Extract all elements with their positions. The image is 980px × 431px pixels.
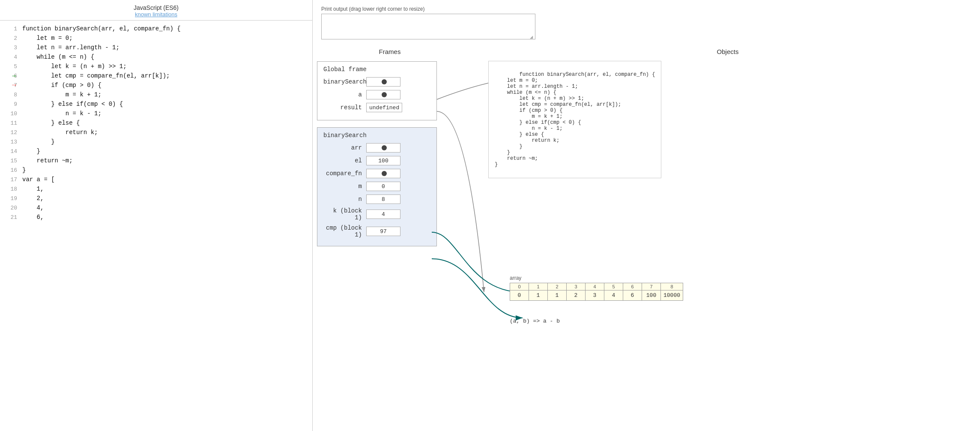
- array-value: 100: [642, 290, 660, 300]
- array-index: 1: [529, 283, 547, 290]
- binary-row-k: k (block 1) 4: [323, 207, 430, 221]
- binary-var-compare-fn: compare_fn: [323, 170, 366, 177]
- line-number: 11: [0, 120, 22, 126]
- lambda-label: (a, b) => a - b: [510, 318, 560, 324]
- code-line-19: 19 2,: [0, 194, 312, 203]
- line-number: 1: [0, 26, 22, 32]
- line-number: 21: [0, 214, 22, 221]
- pointer-a: [382, 92, 387, 97]
- binary-frame-title: binarySearch: [323, 132, 430, 139]
- array-index: 3: [567, 283, 585, 290]
- line-code: }: [22, 138, 55, 145]
- line-code: if (cmp > 0) {: [22, 82, 102, 89]
- global-var-name-binarySearch: binarySearch: [323, 78, 366, 85]
- line-number: 9: [0, 101, 22, 108]
- array-value: 4: [604, 290, 623, 300]
- array-cell-5: 54: [604, 283, 623, 300]
- code-line-2: 2 let m = 0;: [0, 33, 312, 43]
- pointer-binarySearch: [382, 79, 387, 84]
- code-line-10: 10 n = k - 1;: [0, 109, 312, 118]
- code-line-11: 11 } else {: [0, 118, 312, 128]
- line-code: }: [22, 167, 26, 174]
- binary-var-n: n: [323, 196, 366, 203]
- line-number: 16: [0, 167, 22, 174]
- binary-value-compare-fn: [366, 169, 400, 178]
- line-number: 8: [0, 92, 22, 98]
- array-value: 1: [529, 290, 547, 300]
- line-number: 4: [0, 54, 22, 60]
- line-code: m = k + 1;: [22, 91, 102, 98]
- line-code: return ~m;: [22, 157, 73, 164]
- array-value: 0: [510, 290, 529, 300]
- line-code: function binarySearch(arr, el, compare_f…: [22, 25, 181, 32]
- line-code: } else if(cmp < 0) {: [22, 101, 123, 108]
- array-value: 2: [567, 290, 585, 300]
- line-code: while (m <= n) {: [22, 54, 94, 60]
- global-frame-box: Global frame binarySearch a result undef…: [317, 61, 437, 120]
- line-code: } else {: [22, 120, 80, 126]
- line-number: 10: [0, 111, 22, 117]
- binary-value-n: 8: [366, 195, 400, 204]
- line-code: var a = [: [22, 176, 55, 183]
- global-var-name-a: a: [323, 91, 366, 98]
- binary-var-cmp: cmp (block 1): [323, 224, 366, 238]
- global-frame-title: Global frame: [323, 66, 430, 73]
- line-number: 20: [0, 205, 22, 211]
- global-frame-row-result: result undefined: [323, 103, 430, 112]
- line-number: 14: [0, 148, 22, 155]
- print-output-section: Print output (drag lower right corner to…: [313, 0, 980, 44]
- binary-value-k: 4: [366, 210, 400, 219]
- line-number: 15: [0, 158, 22, 164]
- array-container: 001121324354667100810000: [510, 283, 683, 301]
- code-line-18: 18 1,: [0, 184, 312, 194]
- array-cell-8: 810000: [661, 283, 683, 300]
- code-line-5: 5 let k = (n + m) >> 1;: [0, 62, 312, 71]
- code-line-20: 20 4,: [0, 203, 312, 213]
- code-editor-panel: JavaScript (ES6) known limitations 1func…: [0, 0, 313, 431]
- binary-value-arr: [366, 143, 400, 153]
- print-output-box: ◢: [321, 14, 535, 39]
- array-value: 1: [548, 290, 566, 300]
- function-object-box: function binarySearch(arr, el, compare_f…: [488, 61, 661, 178]
- resize-handle[interactable]: ◢: [530, 34, 534, 38]
- binary-row-n: n 8: [323, 195, 430, 204]
- line-code: 6,: [22, 214, 44, 221]
- code-line-15: 15 return ~m;: [0, 156, 312, 165]
- binary-value-m: 0: [366, 182, 400, 191]
- line-number: 2: [0, 35, 22, 42]
- objects-header: Objects: [475, 48, 980, 55]
- line-code: 4,: [22, 204, 44, 211]
- code-line-4: 4 while (m <= n) {: [0, 52, 312, 62]
- code-area[interactable]: 1function binarySearch(arr, el, compare_…: [0, 21, 312, 431]
- line-number: 17: [0, 177, 22, 183]
- frames-objects-section: Frames Global frame binarySearch a: [313, 44, 980, 431]
- code-line-9: 9 } else if(cmp < 0) {: [0, 99, 312, 109]
- line-code: let m = 0;: [22, 35, 73, 42]
- array-index: 4: [586, 283, 604, 290]
- line-code: 2,: [22, 195, 44, 202]
- line-number: 7: [0, 82, 22, 89]
- array-label: array: [510, 275, 521, 281]
- binary-var-el: el: [323, 157, 366, 164]
- code-line-7: 7 if (cmp > 0) {: [0, 81, 312, 90]
- binary-row-cmp: cmp (block 1) 97: [323, 224, 430, 238]
- binary-value-cmp: 97: [366, 227, 400, 236]
- known-limitations-link[interactable]: known limitations: [135, 11, 177, 18]
- global-var-name-result: result: [323, 104, 366, 111]
- global-value-binarySearch: [366, 77, 400, 87]
- binary-row-m: m 0: [323, 182, 430, 191]
- binary-var-k: k (block 1): [323, 207, 366, 221]
- line-code: n = k - 1;: [22, 110, 102, 117]
- line-number: 12: [0, 129, 22, 136]
- global-frame-row-a: a: [323, 90, 430, 99]
- array-cell-7: 7100: [642, 283, 661, 300]
- frames-column: Frames Global frame binarySearch a: [317, 48, 463, 431]
- line-number: 6: [0, 73, 22, 79]
- array-index: 2: [548, 283, 566, 290]
- pointer-compare-fn: [382, 171, 387, 176]
- binary-row-arr: arr: [323, 143, 430, 153]
- frames-header: Frames: [317, 48, 463, 55]
- binary-row-el: el 100: [323, 156, 430, 165]
- code-line-6: 6 let cmp = compare_fn(el, arr[k]);: [0, 71, 312, 81]
- line-code: }: [22, 148, 40, 155]
